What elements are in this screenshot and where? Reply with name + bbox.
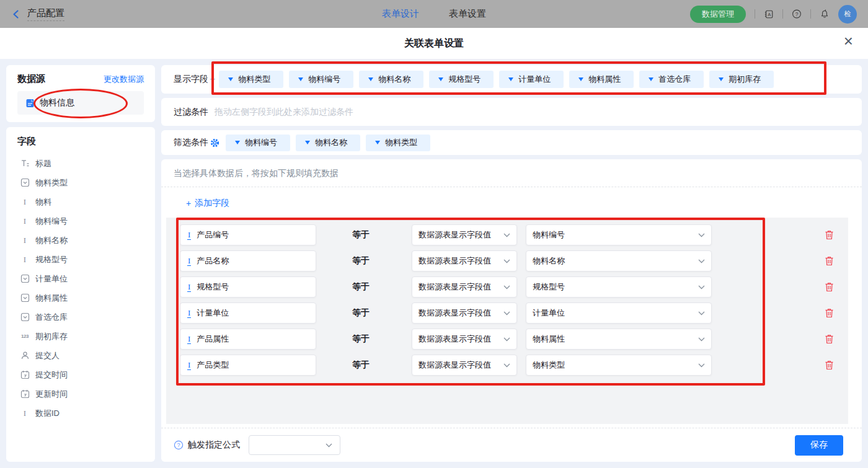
screening-field-tag[interactable]: 物料名称 [296, 135, 360, 151]
rule-source-select[interactable]: 数据源表显示字段值 [412, 355, 517, 376]
divider [755, 9, 755, 19]
rule-field-label: 产品编号 [197, 229, 229, 241]
text-field-icon: I [20, 216, 30, 226]
field-item-data-id[interactable]: I 数据ID [17, 404, 144, 423]
display-field-tag[interactable]: 物料名称 [359, 71, 423, 88]
text-field-icon: I [187, 309, 191, 318]
text-field-icon: I [187, 361, 191, 370]
close-icon[interactable]: × [844, 33, 853, 49]
rules-list: I产品编号 等于 数据源表显示字段值 物料编号 I产品名称 等于 数据源表显示字… [166, 218, 848, 424]
plus-icon: + [186, 198, 191, 208]
field-item-material-code[interactable]: I 物料编号 [17, 211, 144, 231]
rule-source-select[interactable]: 数据源表显示字段值 [412, 224, 517, 245]
display-field-tag[interactable]: 物料编号 [289, 71, 353, 88]
field-item-material-name[interactable]: I 物料名称 [17, 231, 144, 250]
screening-field-tag[interactable]: 物料编号 [226, 135, 290, 151]
rule-source-select[interactable]: 数据源表显示字段值 [412, 329, 517, 350]
rule-target-field[interactable]: I产品编号 [180, 224, 316, 245]
notification-bell-icon[interactable] [820, 9, 830, 19]
chevron-down-icon [503, 285, 510, 289]
rule-source-select[interactable]: 数据源表显示字段值 [412, 276, 517, 298]
datasource-item[interactable]: 物料信息 [17, 91, 144, 115]
change-datasource-link[interactable]: 更改数据源 [104, 74, 144, 85]
delete-rule-button[interactable] [823, 281, 835, 293]
trash-icon [824, 230, 835, 241]
fill-rules-panel: 当选择具体数据后，将按如下规则填充数据 + 添加字段 I产品编号 等于 数据源表… [161, 159, 862, 462]
rule-value-select[interactable]: 物料编号 [526, 224, 712, 245]
add-display-field-icon[interactable]: + [210, 74, 215, 85]
display-fields-row: 显示字段 + 物料类型 物料编号 物料名称 规格型号 计量单位 物料属性 首选仓… [161, 65, 862, 94]
rule-source-select[interactable]: 数据源表显示字段值 [412, 250, 517, 272]
screening-field-tag[interactable]: 物料类型 [366, 135, 430, 151]
caret-down-icon [508, 77, 513, 81]
field-item-material-type[interactable]: 物料类型 [17, 173, 144, 192]
field-item-material-attr[interactable]: 物料属性 [17, 288, 144, 307]
rule-value-select[interactable]: 物料属性 [526, 329, 712, 350]
rule-value-select[interactable]: 规格型号 [526, 276, 712, 298]
save-button[interactable]: 保存 [795, 435, 843, 456]
svg-text:A: A [768, 12, 771, 17]
rule-target-field[interactable]: I产品属性 [180, 329, 316, 350]
rule-target-field[interactable]: I产品类型 [180, 355, 316, 376]
field-item-unit[interactable]: 计量单位 [17, 269, 144, 288]
date-field-icon [20, 370, 30, 380]
field-item-submitter[interactable]: 提交人 [17, 346, 144, 365]
user-avatar[interactable]: 检 [838, 5, 857, 24]
field-item-initial-stock[interactable]: 123 期初库存 [17, 327, 144, 346]
date-field-icon [20, 389, 30, 399]
delete-rule-button[interactable] [823, 229, 835, 241]
caret-down-icon [228, 77, 233, 81]
rule-target-field[interactable]: I规格型号 [180, 276, 316, 298]
rule-value-select[interactable]: 物料名称 [526, 250, 712, 272]
rule-operator: 等于 [352, 333, 371, 345]
delete-rule-button[interactable] [823, 307, 835, 319]
trash-icon [824, 256, 835, 267]
rule-target-field[interactable]: I产品名称 [180, 250, 316, 272]
app-title[interactable]: 产品配置 [27, 7, 64, 21]
tag-label: 期初库存 [728, 74, 761, 85]
rule-value-select[interactable]: 计量单位 [526, 302, 712, 324]
rule-source-select[interactable]: 数据源表显示字段值 [412, 302, 517, 324]
display-field-tag[interactable]: 物料属性 [569, 71, 634, 88]
delete-rule-button[interactable] [823, 333, 835, 345]
modal-body: 数据源 更改数据源 物料信息 字段 [0, 59, 868, 468]
tag-label: 物料类型 [385, 137, 417, 148]
rule-row: I产品类型 等于 数据源表显示字段值 物料类型 [180, 355, 848, 376]
tag-label: 物料编号 [245, 137, 277, 148]
caret-down-icon [649, 77, 653, 81]
tag-label: 规格型号 [448, 74, 480, 85]
display-field-tag[interactable]: 计量单位 [499, 71, 564, 88]
field-item-preferred-warehouse[interactable]: 首选仓库 [17, 307, 144, 327]
data-manage-button[interactable]: 数据管理 [690, 6, 746, 23]
field-item-spec-model[interactable]: I 规格型号 [17, 250, 144, 269]
display-field-tag[interactable]: 期初库存 [709, 71, 774, 88]
tab-form-settings[interactable]: 表单设置 [449, 8, 486, 20]
help-icon[interactable]: ? [792, 9, 802, 19]
display-fields-label: 显示字段 [174, 74, 210, 85]
delete-rule-button[interactable] [823, 360, 835, 371]
add-field-button[interactable]: + 添加字段 [186, 198, 229, 209]
title-field-icon [20, 159, 30, 169]
chevron-down-icon [698, 259, 705, 263]
filter-conditions-row[interactable]: 过滤条件 拖动左侧字段到此处来添加过滤条件 [161, 98, 862, 126]
back-icon[interactable] [11, 9, 21, 19]
contacts-icon[interactable]: A [764, 9, 774, 19]
formula-select[interactable] [249, 435, 340, 455]
rule-target-field[interactable]: I计量单位 [180, 302, 316, 324]
gear-icon[interactable] [210, 138, 219, 148]
tab-form-design[interactable]: 表单设计 [382, 8, 419, 20]
field-item-submit-time[interactable]: 提交时间 [17, 365, 144, 384]
delete-rule-button[interactable] [823, 255, 835, 267]
rule-source-value: 数据源表显示字段值 [418, 255, 491, 267]
field-item-material[interactable]: I 物料 [17, 192, 144, 211]
display-field-tag[interactable]: 首选仓库 [639, 71, 704, 88]
rule-source-value: 数据源表显示字段值 [418, 333, 491, 345]
modal-title: 关联表单设置 [404, 37, 464, 50]
display-field-tag[interactable]: 物料类型 [219, 71, 283, 88]
field-item-title[interactable]: 标题 [17, 154, 144, 173]
help-circle-icon[interactable]: ? [174, 440, 184, 450]
field-item-update-time[interactable]: 更新时间 [17, 384, 144, 404]
top-bar: 产品配置 表单设计 表单设置 数据管理 A ? [0, 0, 868, 28]
rule-value-select[interactable]: 物料类型 [526, 355, 712, 376]
display-field-tag[interactable]: 规格型号 [429, 71, 494, 88]
